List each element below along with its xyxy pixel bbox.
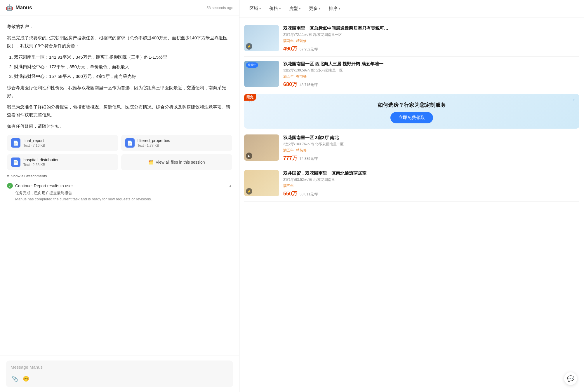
emoji-button[interactable]: 😊	[22, 374, 30, 383]
listing-price-row-1: 490万 67,952元/平	[283, 45, 579, 52]
view-all-label: View all files in this session	[156, 160, 205, 164]
filter-sort[interactable]: 排序 ▾	[325, 4, 345, 13]
attachment-card-filtered[interactable]: 📄 filtered_properties Text · 1.77 KB	[121, 135, 232, 151]
tag-1: 满五年	[283, 183, 294, 188]
attachment-info: hospital_distribution Text · 2.38 KB	[23, 158, 60, 167]
listing-info-2: 双花园南里一区 西北向大三居 视野开阔 满五年唯一 3室2厅/139.59㎡/西…	[283, 61, 579, 88]
para2: 综合考虑医疗便利性和性价比，我推荐双花园南里一区作为首选，因为它距离三甲医院最近…	[7, 84, 232, 99]
chevron-up-icon: ▲	[229, 184, 232, 188]
para3: 我已为您准备了详细的分析报告，包括市场概况、房源信息、医院分布情况、综合分析以及…	[7, 103, 232, 119]
listings-container: ⚡ 双花园南里一区总标低中间层通透两居室只有契税可… 2室1厅/72.11㎡/东…	[239, 18, 584, 205]
filter-area-label: 区域	[249, 6, 258, 11]
para1: 我已完成了您要求的北京朝阳区房产搜索任务。根据您的需求（总价不超过400万元、面…	[7, 34, 232, 50]
message-input-wrap: 📎 😊	[6, 360, 233, 387]
tag-1: 满两年	[283, 38, 294, 43]
show-attachments-label: Show all attachments	[11, 174, 47, 178]
listing-title-1: 双花园南里一区总标低中间层通透两居室只有契税可…	[283, 25, 579, 31]
list-item: 财满街财经中心：173平米，350万元，单价最低，面积最大	[14, 63, 232, 71]
task-footer: Manus has completed the current task and…	[7, 197, 232, 201]
attachment-card-hospital[interactable]: 📄 hospital_distribution Text · 2.38 KB	[7, 154, 118, 170]
file-icon: 📄	[125, 138, 135, 148]
input-toolbar: 📎 😊	[11, 374, 229, 383]
flash-icon: ⚡	[246, 188, 252, 195]
promo-button[interactable]: 立即免费领取	[390, 112, 433, 123]
message-input[interactable]	[11, 365, 229, 372]
attachment-info: final_report Text · 7.16 KB	[23, 138, 45, 148]
listing-info-3: 双花园南里一区 3室2厅 南北 3室2厅/103.76㎡/南 北/双花园南里一区…	[283, 134, 579, 162]
filter-area[interactable]: 区域 ▾	[245, 4, 265, 13]
tag-2: 有电梯	[296, 74, 307, 79]
listing-price-4: 550万	[283, 190, 297, 197]
filter-more[interactable]: 更多 ▾	[305, 4, 325, 13]
top-bar: 🤖 Manus 58 seconds ago	[0, 0, 239, 15]
show-attachments-toggle[interactable]: ▾ Show all attachments	[7, 173, 232, 179]
filter-bar: 区域 ▾ 价格 ▾ 房型 ▾ 更多 ▾ 排序 ▾	[239, 0, 584, 18]
greeting: 尊敬的客户，	[7, 22, 232, 30]
file-icon: 📄	[11, 158, 20, 167]
tag-2: 精装修	[296, 148, 307, 153]
listing-image-1: ⚡	[244, 25, 279, 51]
listing-image-4: ⚡	[244, 170, 279, 196]
listing-title-4: 双井国贸，双花园南里一区南北通透两居室	[283, 170, 579, 176]
tag-1: 满五年	[283, 148, 294, 153]
chat-bubble-button[interactable]: 💬	[564, 372, 577, 385]
attachment-name: hospital_distribution	[23, 158, 60, 162]
listing-unit-price-2: 48,715元/平	[300, 83, 318, 88]
listing-title-2: 双花园南里一区 西北向大三居 视野开阔 满五年唯一	[283, 61, 579, 67]
chevron-down-icon: ▾	[339, 7, 340, 10]
listing-price-row-3: 777万 74,885元/平	[283, 155, 579, 162]
attachment-meta: Text · 2.38 KB	[23, 163, 60, 167]
filter-price-label: 价格	[269, 6, 278, 11]
quote-right-icon: "	[573, 97, 576, 106]
listing-card-1[interactable]: ⚡ 双花园南里一区总标低中间层通透两居室只有契税可… 2室1厅/72.11㎡/东…	[244, 21, 579, 57]
list-item: 双花园南里一区：141.91平米，345万元，距离垂杨柳医院（三甲）约1-1.5…	[14, 53, 232, 61]
task-header[interactable]: ✓ Continue: Report results to user ▲	[7, 183, 232, 189]
listing-price-row-4: 550万 58,811元/平	[283, 190, 579, 197]
listing-price-row-2: 680万 48,715元/平	[283, 81, 579, 88]
chat-area: 尊敬的客户， 我已完成了您要求的北京朝阳区房产搜索任务。根据您的需求（总价不超过…	[0, 15, 239, 356]
chevron-down-icon: ▾	[7, 174, 9, 178]
listing-price-3: 777万	[283, 155, 297, 162]
task-section: ✓ Continue: Report results to user ▲ 任务完…	[7, 183, 232, 201]
list-item: 财满街财经中心：157.58平米，360万元，4室1厅，南向采光好	[14, 72, 232, 80]
para4: 如有任何疑问，请随时告知。	[7, 122, 232, 130]
listing-card-4[interactable]: ⚡ 双井国贸，双花园南里一区南北通透两居室 2室1厅/93.52㎡/南 北/双花…	[244, 166, 579, 202]
listing-meta-2: 3室2厅/139.59㎡/西北/双花园南里一区	[283, 68, 579, 73]
listing-unit-price-3: 74,885元/平	[300, 156, 318, 161]
chevron-down-icon: ▾	[319, 7, 321, 10]
attachment-card-final-report[interactable]: 📄 final_report Text · 7.16 KB	[7, 135, 118, 151]
timestamp: 58 seconds ago	[206, 6, 233, 10]
listing-title-3: 双花园南里一区 3室2厅 南北	[283, 134, 579, 141]
logo-icon: 🤖	[6, 4, 13, 11]
filter-type[interactable]: 房型 ▾	[285, 4, 305, 13]
listing-meta-1: 2室1厅/72.11㎡/东 西/双花园南里一区	[283, 32, 579, 37]
attachment-name: final_report	[23, 138, 45, 143]
attachment-meta: Text · 1.77 KB	[138, 144, 170, 148]
listing-price-1: 490万	[283, 45, 297, 52]
chevron-down-icon: ▾	[279, 7, 281, 10]
left-panel: 🤖 Manus 58 seconds ago 尊敬的客户， 我已完成了您要求的北…	[0, 0, 239, 392]
listing-card-3[interactable]: ▶ 双花园南里一区 3室2厅 南北 3室2厅/103.76㎡/南 北/双花园南里…	[244, 130, 579, 166]
property-list: 双花园南里一区：141.91平米，345万元，距离垂杨柳医院（三甲）约1-1.5…	[7, 53, 232, 80]
filter-sort-label: 排序	[329, 6, 338, 11]
listing-tags-2: 满五年 有电梯	[283, 74, 579, 79]
attachments-grid: 📄 final_report Text · 7.16 KB 📄 filtered…	[7, 135, 232, 170]
promo-banner: 限免 " " 如何选房？行家为您定制服务 立即免费领取	[244, 94, 579, 129]
view-all-files-card[interactable]: 🗂️ View all files in this session	[121, 154, 232, 170]
task-check-icon: ✓	[7, 183, 13, 189]
attachment-name: filtered_properties	[138, 138, 170, 143]
listing-meta-3: 3室2厅/103.76㎡/南 北/双花园南里一区	[283, 142, 579, 147]
listing-card-2[interactable]: 抢购中 双花园南里一区 西北向大三居 视野开阔 满五年唯一 3室2厅/139.5…	[244, 57, 579, 92]
filter-price[interactable]: 价格 ▾	[265, 4, 285, 13]
play-icon: ▶	[246, 153, 252, 159]
listing-unit-price-1: 67,952元/平	[300, 47, 318, 52]
listing-tags-4: 满五年	[283, 183, 579, 188]
task-label: Continue: Report results to user	[15, 183, 226, 188]
listing-price-2: 680万	[283, 81, 297, 88]
tag-1: 满五年	[283, 74, 294, 79]
attach-button[interactable]: 📎	[11, 374, 19, 383]
listing-info-4: 双井国贸，双花园南里一区南北通透两居室 2室1厅/93.52㎡/南 北/双花园南…	[283, 170, 579, 197]
listing-image-2: 抢购中	[244, 61, 279, 87]
message-content: 尊敬的客户， 我已完成了您要求的北京朝阳区房产搜索任务。根据您的需求（总价不超过…	[7, 22, 232, 130]
listing-unit-price-4: 58,811元/平	[300, 192, 318, 197]
